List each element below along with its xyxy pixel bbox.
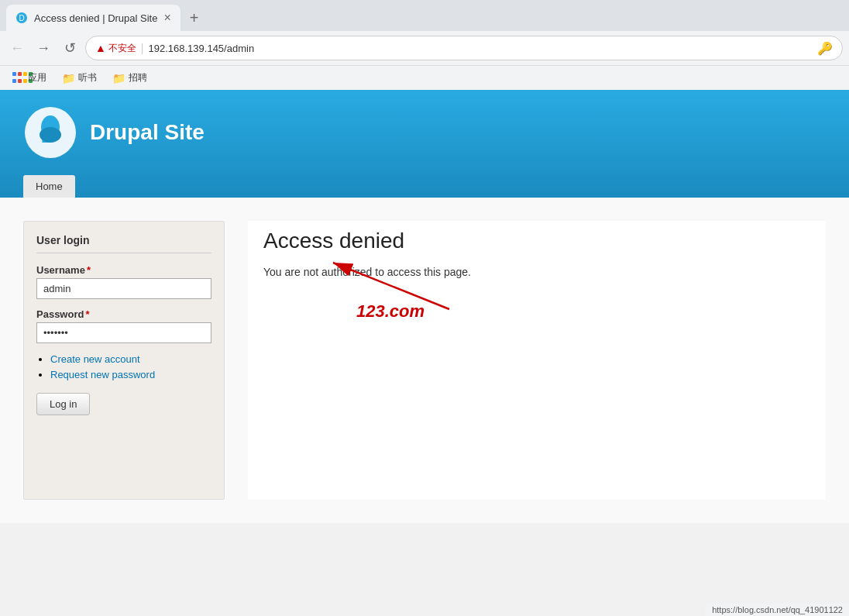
browser-toolbar: ← → ↺ ▲ 不安全 | 192.168.139.145/admin 🔑 [0, 31, 849, 65]
bookmark-jobs-label: 招聘 [129, 71, 147, 84]
forward-button[interactable]: → [33, 37, 54, 59]
folder-icon-jobs: 📁 [112, 72, 125, 84]
password-label: Password* [36, 308, 211, 320]
nav-home[interactable]: Home [23, 175, 75, 198]
address-bar[interactable]: ▲ 不安全 | 192.168.139.145/admin 🔑 [85, 36, 843, 60]
page-content: D Drupal Site Home User login Username* … [0, 90, 849, 523]
browser-chrome: D Access denied | Drupal Site × + ← → ↺ … [0, 0, 849, 90]
bookmark-apps-label: 应用 [28, 71, 46, 84]
password-input[interactable] [36, 322, 211, 343]
warning-text: 不安全 [108, 42, 136, 55]
access-denied-title: Access denied [263, 229, 810, 253]
reload-button[interactable]: ↺ [59, 37, 81, 59]
browser-titlebar: D Access denied | Drupal Site × + [0, 0, 849, 31]
key-icon: 🔑 [817, 41, 833, 56]
request-password-link[interactable]: Request new password [50, 369, 155, 380]
watermark-text: 123.com [356, 301, 810, 322]
new-tab-button[interactable]: + [184, 6, 205, 30]
folder-icon-listen: 📁 [62, 72, 75, 84]
apps-grid-icon [12, 72, 25, 84]
bookmark-jobs[interactable]: 📁 招聘 [106, 69, 153, 87]
drupal-main: User login Username* Password* Create ne… [0, 198, 849, 523]
create-account-link[interactable]: Create new account [50, 353, 140, 365]
drupal-logo-area: D Drupal Site [23, 105, 826, 175]
sidebar-title: User login [36, 234, 211, 253]
tab-close-button[interactable]: × [163, 12, 170, 24]
username-label: Username* [36, 264, 211, 276]
back-button[interactable]: ← [6, 37, 28, 59]
drupal-sidebar: User login Username* Password* Create ne… [23, 221, 225, 500]
address-divider: | [141, 42, 144, 54]
login-button[interactable]: Log in [36, 393, 90, 415]
bookmark-listen[interactable]: 📁 听书 [56, 69, 103, 87]
bookmark-apps[interactable]: 应用 [6, 69, 53, 87]
list-item: Request new password [50, 368, 211, 380]
access-denied-message: You are not authorized to access this pa… [263, 266, 810, 278]
sidebar-links: Create new account Request new password [36, 353, 211, 380]
svg-point-5 [40, 127, 61, 143]
drupal-header: D Drupal Site Home [0, 90, 849, 198]
bookmark-listen-label: 听书 [78, 71, 97, 84]
drupal-nav: Home [23, 175, 826, 198]
site-name: Drupal Site [90, 120, 205, 145]
warning-icon: ▲ [95, 42, 106, 54]
tab-title: Access denied | Drupal Site [34, 12, 157, 24]
drupal-favicon: D [15, 12, 28, 24]
security-warning: ▲ 不安全 [95, 42, 136, 55]
drupal-content: Access denied You are not authorized to … [248, 221, 826, 500]
username-input[interactable] [36, 278, 211, 299]
list-item: Create new account [50, 353, 211, 365]
password-required: * [85, 308, 89, 320]
username-required: * [87, 264, 91, 276]
browser-tab[interactable]: D Access denied | Drupal Site × [6, 5, 180, 31]
svg-text:D: D [19, 14, 24, 22]
drupal-logo: D [23, 105, 77, 160]
annotation-area: 123.com [263, 301, 810, 322]
address-url: 192.168.139.145/admin [149, 43, 255, 54]
bookmarks-bar: 应用 📁 听书 📁 招聘 [0, 65, 849, 90]
